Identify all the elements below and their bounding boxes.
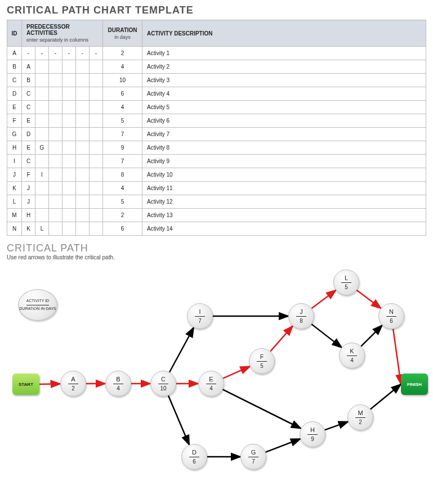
table-row: JFI8Activity 10 <box>7 168 426 182</box>
cell-pred <box>76 141 90 155</box>
cell-pred <box>76 60 90 74</box>
legend-divider <box>26 305 49 305</box>
cell-id: B <box>7 60 22 74</box>
cell-pred: F <box>22 168 35 182</box>
cell-desc: Activity 7 <box>142 128 426 141</box>
cell-pred <box>63 60 76 74</box>
arrow-M-FINISH <box>370 384 401 409</box>
node-duration: 9 <box>311 436 314 442</box>
cell-pred: - <box>63 47 76 60</box>
cell-pred <box>35 209 49 222</box>
cell-duration: 7 <box>103 155 142 168</box>
node-duration: 5 <box>345 284 348 290</box>
th-dur-sub: in days <box>106 34 139 40</box>
table-row: KJ4Activity 11 <box>7 182 426 195</box>
node-b: B4 <box>105 371 131 397</box>
cell-desc: Activity 8 <box>142 141 426 155</box>
arrow-E-H <box>223 389 301 428</box>
node-id: D <box>192 449 197 456</box>
cell-pred <box>76 168 90 182</box>
cell-pred: K <box>22 222 35 236</box>
cell-pred <box>76 195 90 209</box>
cell-pred <box>49 182 63 195</box>
th-dur-label: DURATION <box>108 27 137 33</box>
node-id: E <box>209 376 213 382</box>
cell-pred <box>49 209 63 222</box>
cell-duration: 2 <box>103 47 142 60</box>
cell-desc: Activity 3 <box>142 74 426 87</box>
cell-duration: 4 <box>103 60 142 74</box>
cell-pred <box>35 74 49 87</box>
cell-duration: 9 <box>103 141 142 155</box>
node-divider <box>248 457 258 457</box>
node-id: I <box>199 308 200 315</box>
node-duration: 5 <box>260 363 264 369</box>
cell-pred <box>49 101 63 114</box>
cell-pred <box>49 222 63 236</box>
legend-node: ACTIVITY IDDURATION IN DAYS <box>18 289 57 321</box>
cell-pred <box>90 222 103 236</box>
cell-pred <box>90 60 103 74</box>
cell-id: N <box>7 222 22 236</box>
node-j: J8 <box>288 303 314 329</box>
cell-desc: Activity 6 <box>142 114 426 128</box>
node-id: M <box>358 410 363 416</box>
cell-pred: - <box>76 47 90 60</box>
cell-id: J <box>7 168 22 182</box>
cell-pred <box>63 101 76 114</box>
arrow-N-FINISH <box>393 329 401 384</box>
node-divider <box>341 282 351 283</box>
cell-id: H <box>7 141 22 155</box>
cell-id: G <box>7 128 22 141</box>
cell-desc: Activity 12 <box>142 195 426 209</box>
th-id: ID <box>7 20 22 47</box>
node-a: A2 <box>60 371 86 397</box>
cell-pred <box>76 209 90 222</box>
node-duration: 4 <box>117 385 120 392</box>
cell-desc: Activity 4 <box>142 87 426 101</box>
node-g: G7 <box>240 444 266 470</box>
node-duration: 7 <box>252 458 255 465</box>
cell-duration: 5 <box>103 195 142 209</box>
table-row: A------2Activity 1 <box>7 47 426 60</box>
cell-pred <box>49 155 63 168</box>
section-subtitle: Use red arrows to illustrate the critica… <box>7 254 426 260</box>
node-c: C10 <box>150 371 176 397</box>
cell-pred: E <box>22 114 35 128</box>
node-id: G <box>251 449 256 456</box>
arrow-J-L <box>311 290 336 308</box>
cell-pred <box>35 195 49 209</box>
cell-pred <box>49 60 63 74</box>
cell-pred <box>35 182 49 195</box>
node-k: K4 <box>339 343 365 368</box>
cell-pred <box>49 128 63 141</box>
cell-pred <box>35 128 49 141</box>
node-id: N <box>389 308 394 315</box>
legend-top: ACTIVITY ID <box>26 299 49 303</box>
cell-pred: C <box>22 155 35 168</box>
cell-id: L <box>7 195 22 209</box>
node-duration: 2 <box>359 419 362 425</box>
cell-pred <box>90 74 103 87</box>
node-id: A <box>71 376 75 382</box>
cell-pred <box>49 74 63 87</box>
cell-pred <box>35 155 49 168</box>
cell-pred <box>49 114 63 128</box>
cell-pred <box>90 195 103 209</box>
cell-pred <box>76 74 90 87</box>
cell-pred: B <box>22 74 35 87</box>
arrow-H-M <box>325 422 349 430</box>
node-divider <box>257 361 267 362</box>
cell-pred <box>49 141 63 155</box>
node-duration: 4 <box>209 385 213 392</box>
cell-pred <box>63 168 76 182</box>
node-i: I7 <box>187 303 213 329</box>
cell-id: C <box>7 74 22 87</box>
node-divider <box>386 316 396 317</box>
node-m: M2 <box>347 404 373 430</box>
cell-desc: Activity 13 <box>142 209 426 222</box>
node-d: D6 <box>181 444 207 470</box>
node-divider <box>347 356 357 356</box>
cell-duration: 4 <box>103 101 142 114</box>
cell-id: F <box>7 114 22 128</box>
